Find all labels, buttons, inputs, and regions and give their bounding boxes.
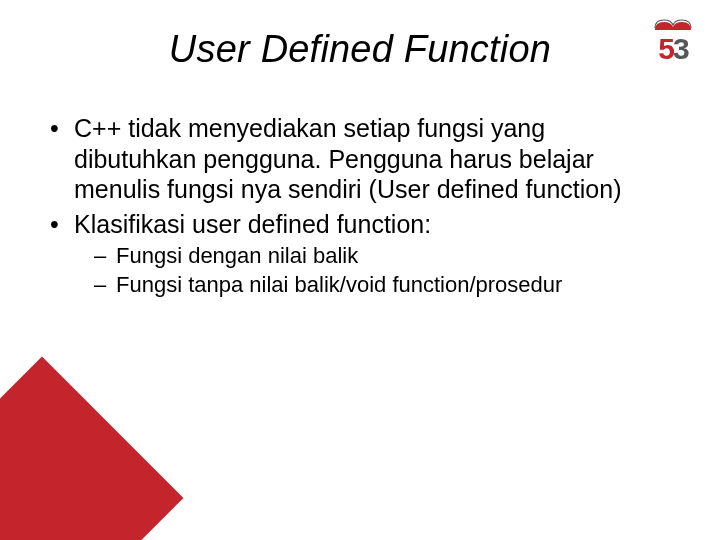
sub-bullet-item: Fungsi tanpa nilai balik/void function/p… bbox=[94, 272, 672, 299]
sub-bullet-text: Fungsi tanpa nilai balik/void function/p… bbox=[116, 272, 562, 297]
logo-glyph-2: 3 bbox=[673, 34, 688, 64]
institution-logo: 53 bbox=[648, 16, 698, 64]
book-icon bbox=[654, 16, 692, 32]
logo-glyph-1: 5 bbox=[658, 34, 673, 64]
bullet-text: Klasifikasi user defined function: bbox=[74, 210, 431, 238]
bullet-text: C++ tidak menyediakan setiap fungsi yang… bbox=[74, 114, 622, 203]
bullet-item: Klasifikasi user defined function: Fungs… bbox=[48, 209, 672, 299]
decorative-corner bbox=[0, 357, 183, 540]
sub-bullet-text: Fungsi dengan nilai balik bbox=[116, 243, 358, 268]
logo-text: 53 bbox=[648, 34, 698, 64]
bullet-list: C++ tidak menyediakan setiap fungsi yang… bbox=[48, 113, 672, 299]
sub-bullet-item: Fungsi dengan nilai balik bbox=[94, 243, 672, 270]
slide-content: C++ tidak menyediakan setiap fungsi yang… bbox=[48, 113, 672, 299]
sub-bullet-list: Fungsi dengan nilai balik Fungsi tanpa n… bbox=[74, 243, 672, 299]
slide-title: User Defined Function bbox=[0, 28, 720, 71]
bullet-item: C++ tidak menyediakan setiap fungsi yang… bbox=[48, 113, 672, 205]
